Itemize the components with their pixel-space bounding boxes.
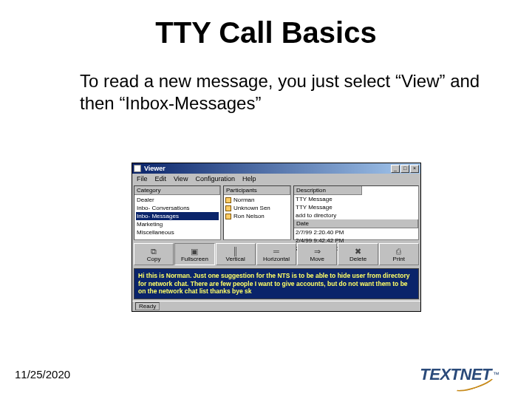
- vertical-icon: ║: [233, 247, 239, 256]
- participants-pane: Participants Norman Unknown Sen Ron Nels…: [223, 185, 291, 240]
- description-header[interactable]: Description: [294, 186, 362, 195]
- category-item-selected[interactable]: Inbo- Messages: [136, 212, 219, 220]
- horizontal-button[interactable]: ═Horizontal: [256, 243, 296, 265]
- toolbar-label: Move: [310, 256, 324, 262]
- fullscreen-button[interactable]: ▣Fullscreen: [174, 243, 214, 265]
- description-item[interactable]: add to directory: [294, 211, 362, 219]
- viewer-window: Viewer _ □ × File Edit View Configuratio…: [132, 163, 421, 312]
- details-pane: Description TTY Message TTY Message add …: [293, 185, 419, 240]
- person-icon: [225, 205, 231, 211]
- category-pane: Category Dealer Inbo- Conversations Inbo…: [134, 185, 221, 240]
- category-item[interactable]: Marketing: [136, 220, 219, 228]
- description-column: Description TTY Message TTY Message add …: [294, 186, 362, 219]
- move-button[interactable]: ⇒Move: [297, 243, 337, 265]
- fullscreen-icon: ▣: [191, 247, 198, 256]
- horizontal-icon: ═: [273, 247, 279, 256]
- date-item: 2/7/99 2:20.40 PM: [294, 228, 418, 236]
- slide-title: TTY Call Basics: [0, 16, 532, 50]
- copy-icon: ⧉: [151, 247, 157, 256]
- menu-help[interactable]: Help: [242, 175, 256, 183]
- delete-button[interactable]: ✖Delete: [338, 243, 378, 265]
- print-icon: ⎙: [396, 247, 401, 256]
- status-text: Ready: [135, 302, 160, 310]
- logo-text: TEXTNET: [420, 365, 491, 384]
- description-item[interactable]: TTY Message: [294, 195, 362, 203]
- description-item[interactable]: TTY Message: [294, 203, 362, 211]
- message-area: Hi this is Norman. Just one suggestion f…: [134, 268, 419, 299]
- close-button[interactable]: ×: [410, 165, 419, 173]
- toolbar-label: Vertical: [226, 256, 245, 262]
- date-header[interactable]: Date: [294, 219, 418, 228]
- category-item[interactable]: Dealer: [136, 196, 219, 204]
- menu-configuration[interactable]: Configuration: [195, 175, 235, 183]
- category-item[interactable]: Inbo- Conversations: [136, 204, 219, 212]
- titlebar-text: Viewer: [144, 165, 391, 172]
- participant-label: Ron Nelson: [233, 212, 265, 220]
- category-header[interactable]: Category: [134, 186, 220, 195]
- toolbar-label: Print: [393, 256, 405, 262]
- delete-icon: ✖: [355, 247, 361, 256]
- panes: Category Dealer Inbo- Conversations Inbo…: [132, 184, 420, 242]
- person-icon: [225, 197, 231, 203]
- participant-item[interactable]: Unknown Sen: [225, 204, 289, 212]
- participants-header[interactable]: Participants: [224, 186, 290, 195]
- window-controls: _ □ ×: [391, 165, 419, 173]
- category-item[interactable]: Miscellaneous: [136, 228, 219, 236]
- maximize-button[interactable]: □: [400, 165, 409, 173]
- toolbar: ⧉Copy ▣Fullscreen ║Vertical ═Horizontal …: [132, 242, 420, 267]
- participant-label: Unknown Sen: [233, 204, 270, 212]
- person-icon: [225, 214, 231, 219]
- menubar: File Edit View Configuration Help: [132, 174, 420, 184]
- participants-list: Norman Unknown Sen Ron Nelson: [224, 195, 290, 221]
- toolbar-label: Horizontal: [263, 256, 290, 262]
- app-icon: [134, 165, 141, 172]
- move-icon: ⇒: [314, 247, 321, 256]
- participant-label: Norman: [233, 196, 254, 204]
- vertical-button[interactable]: ║Vertical: [216, 243, 256, 265]
- menu-file[interactable]: File: [137, 175, 148, 183]
- logo: TEXTNET ™: [420, 365, 499, 384]
- toolbar-label: Copy: [147, 256, 161, 262]
- copy-button[interactable]: ⧉Copy: [134, 243, 174, 265]
- menu-edit[interactable]: Edit: [155, 175, 167, 183]
- menu-view[interactable]: View: [174, 175, 188, 183]
- participant-item[interactable]: Norman: [225, 196, 289, 204]
- toolbar-label: Fullscreen: [181, 256, 208, 262]
- toolbar-label: Delete: [349, 256, 366, 262]
- minimize-button[interactable]: _: [391, 165, 400, 173]
- print-button[interactable]: ⎙Print: [379, 243, 419, 265]
- category-list: Dealer Inbo- Conversations Inbo- Message…: [134, 195, 220, 237]
- statusbar: Ready: [132, 301, 420, 311]
- titlebar[interactable]: Viewer _ □ ×: [132, 163, 420, 174]
- footer-date: 11/25/2020: [15, 368, 70, 381]
- participant-item[interactable]: Ron Nelson: [225, 212, 289, 220]
- slide-body: To read a new message, you just select “…: [80, 70, 488, 115]
